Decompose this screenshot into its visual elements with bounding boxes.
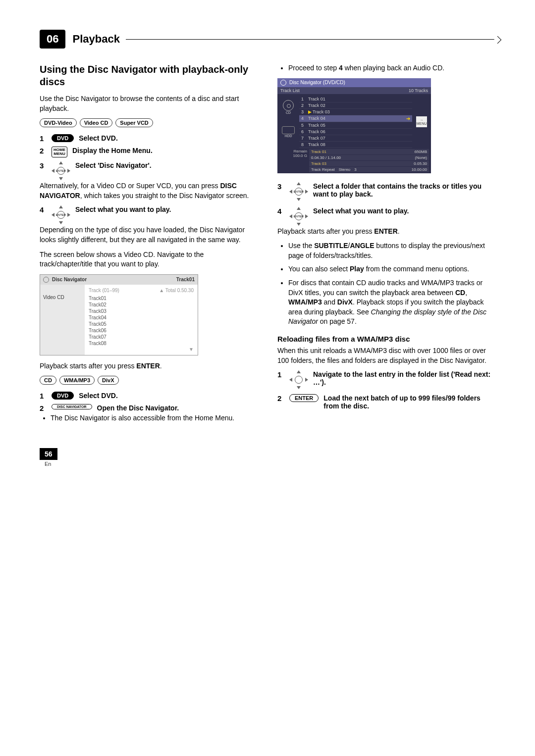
disc-navigator-icon	[43, 277, 49, 283]
dpad-enter-icon: ENTER	[289, 207, 308, 226]
vcd-track-item: Track02	[89, 302, 194, 308]
lower-step-2-bullet: The Disc Navigator is also accessible fr…	[51, 413, 258, 423]
dvd-track-list: 1Track 012Track 023▶Track 034Track 04➔5T…	[299, 96, 412, 148]
step-text: Open the Disc Navigator.	[97, 404, 179, 412]
menu-icon: → MENU	[416, 116, 427, 127]
right-column: Proceed to step 4 when playing back an A…	[277, 63, 495, 428]
chapter-header: 06 Playback	[40, 30, 495, 49]
vcd-track-item: Track08	[89, 340, 194, 347]
step-number: 1	[40, 392, 46, 400]
dvd-sub-left: Track List	[280, 88, 300, 93]
dvd-track-row: 2Track 02	[299, 102, 412, 109]
page-number: 56	[40, 448, 57, 460]
hdd-label: HDD	[282, 134, 295, 138]
step-text: Select what you want to play.	[313, 207, 409, 215]
reloading-heading: Reloading files from a WMA/MP3 disc	[277, 335, 495, 343]
step-number: 1	[277, 370, 283, 379]
step-3: 3 ENTER Select 'Disc Navigator'.	[40, 161, 258, 180]
dvd-track-row: 4Track 04➔	[299, 115, 412, 122]
video-cd-screenshot: Disc Navigator Track01 Video CD Track (0…	[40, 274, 198, 355]
step-number: 2	[40, 404, 46, 412]
right-top-bullet: Proceed to step 4 when playing back an A…	[288, 63, 495, 73]
dpad-enter-icon: ENTER	[289, 182, 308, 201]
right-step-4: 4 ENTER Select what you want to play.	[277, 207, 495, 226]
dvd-track-row: 8Track 08	[299, 142, 412, 148]
step-text: Select DVD.	[79, 392, 118, 400]
intro-text: Use the Disc Navigator to browse the con…	[40, 94, 258, 113]
chapter-rule	[126, 39, 495, 40]
disc-navigator-button-icon: DISC NAVIGATOR	[52, 404, 92, 409]
step-text: Select a folder that contains the tracks…	[313, 182, 495, 198]
vcd-left-label: Video CD	[40, 285, 85, 355]
remain-value: 100.0 G	[279, 153, 307, 158]
vcd-meta-left: Track (01–99)	[89, 288, 119, 293]
dpad-icon	[289, 370, 308, 389]
left-column: Using the Disc Navigator with playback-o…	[40, 63, 258, 428]
right-bullet-item: Use the SUBTITLE/ANGLE buttons to displa…	[288, 241, 495, 260]
page-language: En	[45, 461, 495, 467]
badge-divx: DivX	[98, 376, 118, 385]
cd-icon	[283, 100, 294, 111]
badge-wma-mp3: WMA/MP3	[59, 376, 95, 385]
dvd-button-icon: DVD	[52, 134, 74, 142]
selected-arrow-icon: ➔	[406, 116, 410, 121]
right-step-4-follow: Playback starts after you press ENTER.	[277, 227, 495, 237]
step-2: 2 HOME MENU Display the Home Menu.	[40, 147, 258, 157]
step-4: 4 ENTER Select what you want to play.	[40, 205, 258, 224]
badge-super-vcd: Super VCD	[115, 118, 153, 127]
vcd-track-item: Track05	[89, 321, 194, 327]
reload-step-2: 2 ENTER Load the next batch of up to 999…	[277, 394, 495, 410]
disc-navigator-icon	[280, 80, 286, 86]
chapter-number: 06	[40, 30, 65, 49]
badge-dvd-video: DVD-Video	[40, 118, 77, 127]
remain-label: Remain	[279, 149, 307, 154]
step-text: Select DVD.	[79, 134, 118, 142]
step-number: 4	[277, 207, 283, 215]
vcd-track-item: Track03	[89, 308, 194, 314]
step-text: Navigate to the last entry in the folder…	[313, 370, 495, 386]
dvd-track-row: 6Track 06	[299, 129, 412, 135]
play-indicator-icon: ▶	[308, 109, 312, 114]
step-4-follow-1: Depending on the type of disc you have l…	[40, 225, 258, 245]
lower-step-2: 2 DISC NAVIGATOR Open the Disc Navigator…	[40, 404, 258, 412]
vcd-meta-right: ▲ Total 0.50.30	[159, 288, 194, 293]
step-text: Select 'Disc Navigator'.	[75, 161, 152, 169]
step-text: Select what you want to play.	[75, 205, 171, 213]
hdd-icon	[282, 126, 295, 134]
vcd-track-item: Track04	[89, 314, 194, 321]
vcd-track-item: Track07	[89, 334, 194, 340]
dpad-enter-icon: ENTER	[52, 205, 70, 224]
cd-label: CD	[283, 111, 294, 114]
reload-step-1: 1 Navigate to the last entry in the fold…	[277, 370, 495, 389]
enter-button-icon: ENTER	[289, 394, 319, 402]
chapter-title: Playback	[72, 33, 119, 46]
dvd-title: Disc Navigator (DVD/CD)	[289, 80, 345, 85]
step-number: 2	[40, 147, 46, 155]
vcd-track-item: Track06	[89, 327, 194, 334]
lower-step-1: 1 DVD Select DVD.	[40, 392, 258, 400]
dvd-track-row: 7Track 07	[299, 135, 412, 142]
disc-type-badges: DVD-Video Video CD Super VCD	[40, 118, 258, 127]
vcd-down-arrow-icon: ▼	[89, 347, 194, 352]
step-number: 3	[40, 161, 46, 170]
dvd-track-row: 3▶Track 03	[299, 109, 412, 115]
dpad-enter-icon: ENTER	[52, 161, 70, 180]
dvd-sub-right: 10 Tracks	[409, 88, 428, 93]
page-footer: 56 En	[40, 448, 495, 467]
step-4-follow-2: The screen below shows a Video CD. Navig…	[40, 250, 258, 269]
right-bullets: Use the SUBTITLE/ANGLE buttons to displa…	[277, 241, 495, 327]
reloading-follow: When this unit reloads a WMA/MP3 disc wi…	[277, 346, 495, 365]
right-bullet-item: For discs that contain CD audio tracks a…	[288, 278, 495, 327]
step-text: Load the next batch of up to 999 files/9…	[323, 394, 495, 410]
step-number: 3	[277, 182, 283, 191]
right-step-3: 3 ENTER Select a folder that contains th…	[277, 182, 495, 201]
badge-video-cd: Video CD	[80, 118, 113, 127]
step-number: 4	[40, 205, 46, 214]
vcd-track-item: Track01	[89, 295, 194, 302]
dvd-cd-screenshot: Disc Navigator (DVD/CD) Track List 10 Tr…	[277, 78, 431, 173]
right-bullet-item: You can also select Play from the comman…	[288, 264, 495, 274]
badge-cd: CD	[40, 376, 56, 385]
step-text: Display the Home Menu.	[72, 147, 153, 154]
vcd-header-track: Track01	[176, 277, 195, 282]
step-number: 1	[40, 134, 46, 143]
